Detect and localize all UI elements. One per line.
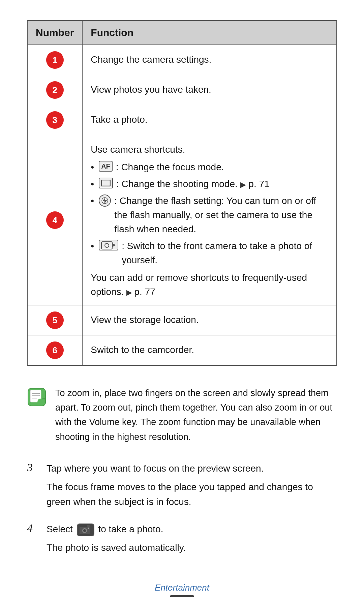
step-3-section: 3 Tap where you want to focus on the pre… [27, 461, 337, 510]
flash-icon [99, 195, 111, 207]
svg-rect-14 [87, 525, 90, 527]
row-function-4: Use camera shortcuts. • AF : Change the … [82, 135, 337, 305]
row-function-3: Take a photo. [82, 105, 337, 135]
table-row: 3 Take a photo. [27, 105, 337, 135]
step-4-sub: The photo is saved automatically. [47, 540, 337, 556]
row-function-2: View photos you have taken. [82, 75, 337, 105]
bullet-1: • [91, 160, 94, 174]
shortcuts-list: • AF : Change the focus mode. • : Change… [91, 160, 328, 267]
row-function-1: Change the camera settings. [82, 45, 337, 75]
step-3-sub: The focus frame moves to the place you t… [47, 480, 337, 510]
step-4-number: 4 [27, 522, 40, 535]
step-4-main: Select to take a photo. [47, 522, 163, 537]
svg-point-4 [105, 243, 109, 247]
circle-badge-1: 1 [46, 51, 64, 69]
circle-badge-5: 5 [46, 311, 64, 329]
note-text: To zoom in, place two fingers on the scr… [55, 386, 337, 444]
row-number-5: 5 [27, 305, 82, 335]
bullet-3: • [91, 194, 94, 208]
svg-point-13 [83, 529, 86, 532]
shortcut-label-4: : Switch to the front camera to take a p… [122, 239, 328, 267]
shortcut-item-selfie: • : Switch to the front camera to take a… [91, 239, 328, 267]
table-row: 5 View the storage location. [27, 305, 337, 335]
shortcuts-footer: You can add or remove shortcuts to frequ… [91, 271, 328, 299]
table-row: 6 Switch to the camcorder. [27, 335, 337, 366]
af-icon: AF [99, 161, 113, 172]
step-3-line: 3 Tap where you want to focus on the pre… [27, 461, 337, 476]
step-4-prefix: Select [47, 524, 73, 534]
shortcut-item-flash: • : Change the flash setting: You can tu… [91, 194, 328, 236]
main-table: Number Function 1 Change the camera sett… [27, 20, 337, 366]
row-function-6: Switch to the camcorder. [82, 335, 337, 366]
circle-badge-4: 4 [46, 211, 64, 229]
bullet-2: • [91, 177, 94, 191]
step-4-line: 4 Select to take a photo. [27, 522, 337, 537]
shortcuts-title: Use camera shortcuts. [91, 143, 328, 157]
arrow-2: ▶ [240, 180, 246, 189]
circle-badge-3: 3 [46, 111, 64, 129]
table-row: 2 View photos you have taken. [27, 75, 337, 105]
footer-page: 69 [170, 595, 194, 597]
row-number-4: 4 [27, 135, 82, 305]
camera-icon-inline [77, 524, 94, 536]
selfie-icon [99, 240, 118, 250]
svg-rect-0 [101, 180, 110, 186]
svg-marker-5 [112, 243, 116, 247]
step-4-suffix: to take a photo. [98, 524, 163, 534]
step-4-section: 4 Select to take a photo. The photo is s… [27, 522, 337, 556]
svg-rect-3 [101, 242, 112, 249]
note-box: To zoom in, place two fingers on the scr… [27, 386, 337, 444]
table-row: 4 Use camera shortcuts. • AF : Change th… [27, 135, 337, 305]
row-number-1: 1 [27, 45, 82, 75]
shortcut-label-2: : Change the shooting mode. ▶ p. 71 [116, 177, 269, 191]
row-number-6: 6 [27, 335, 82, 366]
bullet-4: • [91, 239, 94, 253]
circle-badge-6: 6 [46, 341, 64, 359]
step-3-main: Tap where you want to focus on the previ… [47, 461, 264, 476]
svg-point-15 [88, 528, 89, 529]
step-3-number: 3 [27, 461, 40, 474]
shortcut-item-af: • AF : Change the focus mode. [91, 160, 328, 174]
shortcut-label-1: : Change the focus mode. [116, 160, 224, 174]
shortcut-item-rect: • : Change the shooting mode. ▶ p. 71 [91, 177, 328, 191]
svg-marker-1 [102, 198, 107, 204]
col-number-header: Number [27, 21, 82, 45]
col-function-header: Function [82, 21, 337, 45]
note-icon [27, 387, 47, 409]
row-function-5: View the storage location. [82, 305, 337, 335]
rect-icon [99, 178, 113, 188]
shortcut-label-3: : Change the flash setting: You can turn… [114, 194, 328, 236]
table-row: 1 Change the camera settings. [27, 45, 337, 75]
row-number-2: 2 [27, 75, 82, 105]
arrow-footer: ▶ [126, 288, 134, 297]
row-number-3: 3 [27, 105, 82, 135]
footer: Entertainment 69 [27, 583, 337, 597]
circle-badge-2: 2 [46, 81, 64, 99]
footer-category: Entertainment [27, 583, 337, 593]
